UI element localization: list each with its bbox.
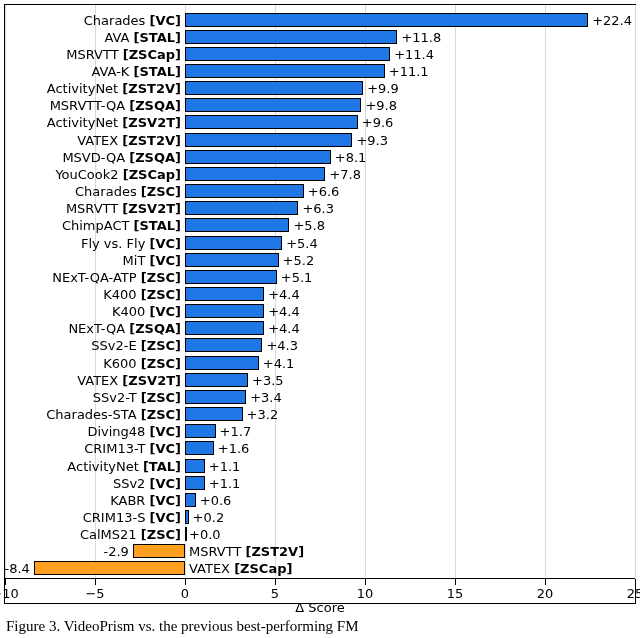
bar bbox=[185, 407, 243, 421]
bar-value-label: +3.2 bbox=[247, 408, 279, 421]
bar-row: +5.1NExT-QA-ATP [ZSC] bbox=[5, 268, 635, 285]
category-label: KABR [VC] bbox=[110, 493, 181, 506]
bar-row: +1.6CRIM13-T [VC] bbox=[5, 440, 635, 457]
bar-value-label: +9.9 bbox=[367, 82, 399, 95]
bar-value-label: +22.4 bbox=[592, 13, 632, 26]
bar-row: +8.1MSVD-QA [ZSQA] bbox=[5, 148, 635, 165]
x-tick-label: 15 bbox=[447, 586, 464, 601]
bar-row: +4.3SSv2-E [ZSC] bbox=[5, 337, 635, 354]
x-tick bbox=[635, 579, 636, 585]
bar-value-label: +9.6 bbox=[362, 116, 394, 129]
bar-row: -2.9MSRVTT [ZST2V] bbox=[5, 543, 635, 560]
bar bbox=[185, 510, 189, 524]
category-label: VATEX [ZSCap] bbox=[189, 562, 292, 575]
bar bbox=[185, 373, 248, 387]
bar bbox=[185, 98, 361, 112]
x-tick bbox=[365, 579, 366, 585]
bar-row: +4.1K600 [ZSC] bbox=[5, 354, 635, 371]
bar-value-label: +3.4 bbox=[250, 390, 282, 403]
bar bbox=[185, 236, 282, 250]
bar-value-label: +8.1 bbox=[335, 150, 367, 163]
bar-value-label: +9.8 bbox=[365, 99, 397, 112]
bar-row: +1.1SSv2 [VC] bbox=[5, 474, 635, 491]
grid-line bbox=[635, 5, 636, 579]
bar-value-label: +11.8 bbox=[401, 30, 441, 43]
category-label: NExT-QA [ZSQA] bbox=[68, 322, 181, 335]
bar-row: +0.2CRIM13-S [VC] bbox=[5, 508, 635, 525]
x-tick bbox=[455, 579, 456, 585]
bar-value-label: +11.1 bbox=[389, 65, 429, 78]
bar-row: +3.4SSv2-T [ZSC] bbox=[5, 388, 635, 405]
x-tick bbox=[5, 579, 6, 585]
bar-value-label: +5.1 bbox=[281, 270, 313, 283]
bar-row: -8.4VATEX [ZSCap] bbox=[5, 560, 635, 577]
bar-row: +0.0CalMS21 [ZSC] bbox=[5, 526, 635, 543]
bar bbox=[185, 201, 298, 215]
bar-value-label: +1.1 bbox=[209, 459, 241, 472]
category-label: CRIM13-S [VC] bbox=[83, 510, 181, 523]
bar-row: +9.8MSRVTT-QA [ZSQA] bbox=[5, 97, 635, 114]
bar-row: +0.6KABR [VC] bbox=[5, 491, 635, 508]
category-label: MSVD-QA [ZSQA] bbox=[62, 150, 181, 163]
x-tick-label: −5 bbox=[85, 586, 104, 601]
bar-row: +9.9ActivityNet [ZST2V] bbox=[5, 80, 635, 97]
x-axis-label: Δ Score bbox=[0, 600, 640, 615]
category-label: MSRVTT [ZSV2T] bbox=[66, 202, 181, 215]
bar-row: +4.4K400 [VC] bbox=[5, 303, 635, 320]
figure-caption: Figure 3. VideoPrism vs. the previous be… bbox=[6, 618, 636, 635]
bar bbox=[185, 81, 363, 95]
bar bbox=[185, 287, 264, 301]
bar-value-label: +1.1 bbox=[209, 476, 241, 489]
bar bbox=[185, 493, 196, 507]
bar-value-label: +4.4 bbox=[268, 322, 300, 335]
bar-row: +22.4Charades [VC] bbox=[5, 11, 635, 28]
bar bbox=[185, 441, 214, 455]
category-label: CRIM13-T [VC] bbox=[84, 442, 181, 455]
bar-row: +7.8YouCook2 [ZSCap] bbox=[5, 165, 635, 182]
category-label: AVA [STAL] bbox=[104, 30, 181, 43]
bar bbox=[185, 270, 277, 284]
bar-row: +9.6ActivityNet [ZSV2T] bbox=[5, 114, 635, 131]
category-label: Charades [VC] bbox=[84, 13, 181, 26]
x-tick bbox=[275, 579, 276, 585]
bar bbox=[185, 133, 352, 147]
category-label: Charades [ZSC] bbox=[75, 185, 181, 198]
bar-row: +3.2Charades-STA [ZSC] bbox=[5, 405, 635, 422]
bar-row: +4.4NExT-QA [ZSQA] bbox=[5, 320, 635, 337]
category-label: ChimpACT [STAL] bbox=[62, 219, 181, 232]
category-label: VATEX [ZST2V] bbox=[77, 133, 181, 146]
bar-value-label: +9.3 bbox=[356, 133, 388, 146]
bar bbox=[185, 390, 246, 404]
bar-value-label: +4.4 bbox=[268, 287, 300, 300]
bar-value-label: +4.1 bbox=[263, 356, 295, 369]
category-label: AVA-K [STAL] bbox=[91, 65, 181, 78]
bar bbox=[185, 476, 205, 490]
bar-row: +4.4K400 [ZSC] bbox=[5, 285, 635, 302]
bar bbox=[185, 115, 358, 129]
bar bbox=[34, 561, 185, 575]
category-label: SSv2 [VC] bbox=[113, 476, 181, 489]
category-label: ActivityNet [TAL] bbox=[67, 459, 181, 472]
bar bbox=[185, 304, 264, 318]
bar-value-label: +0.2 bbox=[193, 510, 225, 523]
bar bbox=[185, 338, 262, 352]
bar bbox=[185, 47, 390, 61]
bar bbox=[185, 184, 304, 198]
bar bbox=[185, 424, 216, 438]
bar-row: +11.1AVA-K [STAL] bbox=[5, 62, 635, 79]
bar bbox=[185, 150, 331, 164]
category-label: MiT [VC] bbox=[123, 253, 181, 266]
category-label: K600 [ZSC] bbox=[103, 356, 181, 369]
category-label: YouCook2 [ZSCap] bbox=[55, 167, 181, 180]
bar bbox=[185, 30, 397, 44]
bar-row: +11.4MSRVTT [ZSCap] bbox=[5, 45, 635, 62]
bar-value-label: +3.5 bbox=[252, 373, 284, 386]
bar-row: +6.3MSRVTT [ZSV2T] bbox=[5, 200, 635, 217]
bar bbox=[185, 167, 325, 181]
category-label: SSv2-E [ZSC] bbox=[91, 339, 181, 352]
bar-row: +1.7Diving48 [VC] bbox=[5, 423, 635, 440]
bar-value-label: +5.4 bbox=[286, 236, 318, 249]
bar-value-label: +4.4 bbox=[268, 305, 300, 318]
bar bbox=[185, 218, 289, 232]
x-tick-label: 10 bbox=[357, 586, 374, 601]
